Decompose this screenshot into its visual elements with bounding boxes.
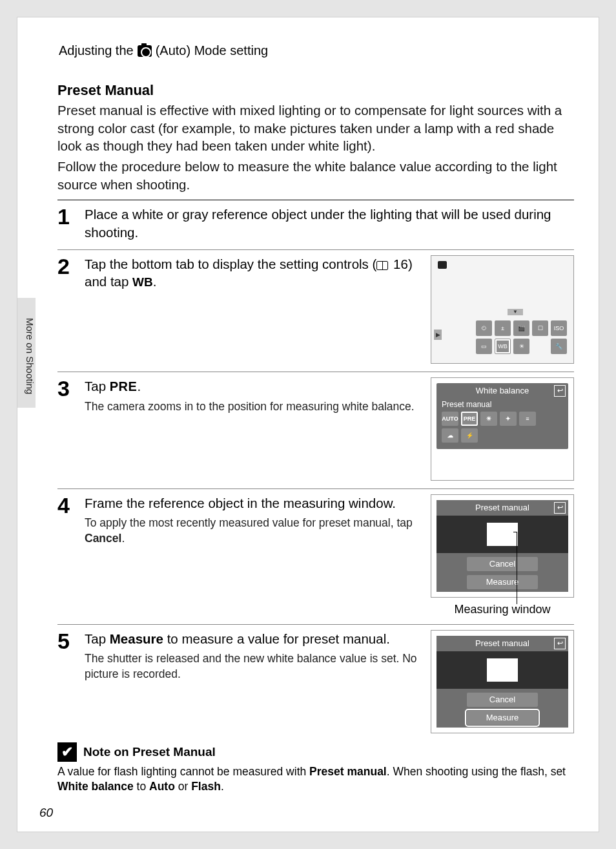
measuring-window-box — [487, 658, 518, 682]
wb-auto-option[interactable]: AUTO — [442, 412, 458, 426]
step-5: 5 Tap Measure to measure a value for pre… — [57, 630, 574, 733]
manual-page: Adjusting the (Auto) Mode setting More o… — [17, 17, 599, 832]
measure-viewport — [436, 651, 568, 689]
divider — [57, 200, 574, 200]
wb-icon-button[interactable]: WB — [495, 339, 511, 354]
wb-cloudy-option[interactable]: ☁ — [442, 428, 458, 443]
header-prefix: Adjusting the — [59, 43, 134, 58]
settings-icon-row-1: ⏲ ± 🎬 ☐ ISO — [476, 320, 567, 336]
divider — [57, 372, 574, 372]
step-3: 3 Tap PRE. The camera zooms in to the po… — [57, 377, 574, 481]
camera-icon — [138, 45, 152, 57]
preset-menu-title: Preset manual — [475, 503, 529, 512]
divider — [57, 624, 574, 625]
note-icon: ✔ — [57, 742, 77, 762]
timer-icon[interactable]: ⏲ — [476, 320, 492, 336]
measure-button[interactable]: Measure — [467, 711, 538, 725]
wb-menu-title: White balance — [476, 386, 529, 395]
camera-mode-icon — [438, 261, 447, 269]
wb-menu-subtitle: Preset manual — [436, 399, 568, 412]
step-2: 2 Tap the bottom tab to display the sett… — [57, 255, 574, 364]
ev-icon[interactable]: ☀ — [513, 339, 529, 354]
step-4: 4 Frame the reference object in the meas… — [57, 494, 574, 616]
measuring-window-label: Measuring window — [431, 603, 574, 616]
wb-icon: WB — [132, 275, 153, 289]
step-3-text: Tap PRE. — [85, 377, 419, 395]
section-tab: More on Shooting — [17, 298, 36, 408]
iso-icon[interactable]: ISO — [551, 320, 567, 336]
movie-icon[interactable]: 🎬 — [513, 320, 529, 336]
wb-options-row-1: AUTO PRE ☀ ✦ ≡ — [436, 412, 568, 426]
wb-pre-option[interactable]: PRE — [461, 412, 478, 426]
step-3-sub: The camera zooms in to the position for … — [85, 399, 419, 415]
back-button[interactable]: ↩ — [554, 385, 566, 397]
step-4-sub: To apply the most recently measured valu… — [85, 516, 419, 546]
screenshot-wb-menu: White balance ↩ Preset manual AUTO PRE ☀… — [431, 377, 574, 481]
exposure-icon[interactable]: ± — [495, 320, 511, 336]
step-number: 2 — [57, 255, 76, 277]
note-block: ✔ Note on Preset Manual — [57, 742, 574, 762]
touch-icon[interactable]: ☐ — [532, 320, 548, 336]
page-number: 60 — [39, 806, 53, 820]
step-5-text: Tap Measure to measure a value for prese… — [85, 630, 419, 648]
preset-menu: Preset manual ↩ Cancel Measure — [436, 500, 568, 592]
wb-incandescent-option[interactable]: ✦ — [500, 412, 517, 426]
step-number: 1 — [57, 205, 76, 227]
screenshot-measure-window: Preset manual ↩ Cancel Measure — [431, 494, 574, 598]
step-2-text: Tap the bottom tab to display the settin… — [85, 255, 419, 291]
pulldown-icon: ▼ — [508, 309, 523, 315]
preset-menu: Preset manual ↩ Cancel Measure — [436, 636, 568, 728]
measure-button[interactable]: Measure — [467, 575, 538, 589]
page-header: Adjusting the (Auto) Mode setting — [59, 43, 268, 58]
section-title: Preset Manual — [57, 82, 574, 99]
step-1: 1 Place a white or gray reference object… — [57, 205, 574, 241]
content-area: Preset Manual Preset manual is effective… — [57, 82, 574, 795]
header-suffix: (Auto) Mode setting — [156, 43, 269, 58]
measure-viewport — [436, 516, 568, 553]
wb-fluorescent-option[interactable]: ≡ — [519, 412, 536, 426]
step-number: 3 — [57, 377, 76, 399]
divider — [57, 249, 574, 250]
note-title: Note on Preset Manual — [83, 745, 216, 759]
page-ref-icon — [376, 261, 388, 270]
note-body: A value for flash lighting cannot be mea… — [57, 764, 574, 795]
button-stack: Cancel Measure — [436, 557, 568, 589]
step-number: 5 — [57, 630, 76, 652]
section-para-1: Preset manual is effective with mixed li… — [57, 101, 574, 155]
step-4-text: Frame the reference object in the measur… — [85, 494, 419, 512]
wb-menu: White balance ↩ Preset manual AUTO PRE ☀… — [436, 383, 568, 449]
button-stack: Cancel Measure — [436, 693, 568, 725]
divider — [57, 488, 574, 489]
screenshot-settings-tab: ▼ ▶ ⏲ ± 🎬 ☐ ISO ▭ WB ☀ 🔧 — [431, 255, 574, 364]
callout-line — [517, 532, 517, 604]
cancel-button[interactable]: Cancel — [467, 557, 538, 571]
callout-line — [513, 532, 517, 532]
continuous-icon[interactable]: ▭ — [476, 339, 492, 354]
setup-icon[interactable]: 🔧 — [551, 339, 567, 354]
preset-menu-title: Preset manual — [475, 638, 529, 648]
settings-icon-row-2: ▭ WB ☀ 🔧 — [476, 339, 567, 354]
back-button[interactable]: ↩ — [554, 638, 566, 649]
measuring-window-box — [487, 523, 518, 546]
wb-options-row-2: ☁ ⚡ — [436, 428, 568, 443]
wb-flash-option[interactable]: ⚡ — [461, 428, 478, 443]
pre-icon: PRE — [110, 379, 138, 393]
step-5-sub: The shutter is released and the new whit… — [85, 651, 419, 682]
screenshot-measure-active: Preset manual ↩ Cancel Measure — [431, 630, 574, 733]
wb-daylight-option[interactable]: ☀ — [480, 412, 497, 426]
back-button[interactable]: ↩ — [554, 502, 566, 514]
section-para-2: Follow the procedure below to measure th… — [57, 158, 574, 193]
step-1-text: Place a white or gray reference object u… — [85, 205, 574, 241]
side-arrow-tab[interactable]: ▶ — [434, 330, 442, 340]
cancel-button[interactable]: Cancel — [467, 693, 538, 707]
step-number: 4 — [57, 494, 76, 516]
